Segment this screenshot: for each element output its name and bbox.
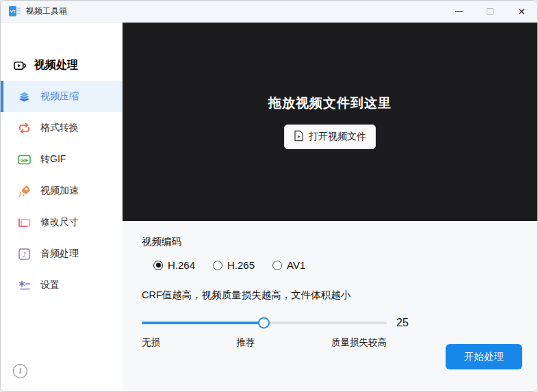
radio-label: H.264 [168,259,195,271]
dropzone-title: 拖放视频文件到这里 [268,94,392,112]
radio-h265[interactable]: H.265 [213,259,255,271]
gear-sliders-icon [17,278,31,293]
sidebar-header: 视频处理 [13,58,123,73]
app-logo-icon: VT [9,6,21,16]
radio-label: AV1 [287,259,305,271]
sidebar-item-video-speed[interactable]: 视频加速 [1,175,123,207]
crf-slider-labels: 无损 推荐 质量损失较高 [142,337,387,349]
close-icon: ✕ [517,7,526,16]
sidebar-item-to-gif[interactable]: GIF 转GIF [1,144,123,175]
close-button[interactable]: ✕ [506,1,537,23]
radio-circle-icon [213,261,222,270]
crf-slider-fill [142,322,264,324]
gif-badge-icon: GIF [17,153,31,167]
sidebar-item-label: 设置 [40,279,60,291]
sidebar-item-video-compress[interactable]: 视频压缩 [1,81,123,112]
music-note-glyph: ♪ [22,250,27,258]
maximize-icon [487,8,494,15]
layers-icon [17,90,31,104]
gif-badge-text: GIF [21,157,29,162]
crf-label-high-loss: 质量损失较高 [331,337,387,349]
info-icon: i [19,366,21,376]
encoding-section-label: 视频编码 [142,235,521,248]
rocket-icon [17,184,31,198]
radio-circle-icon [153,261,163,270]
file-play-icon [294,130,304,144]
encoding-options: H.264 H.265 AV1 [153,259,521,271]
sidebar-item-audio[interactable]: ♪ 音频处理 [1,238,123,270]
sidebar-item-format-convert[interactable]: 格式转换 [1,112,123,144]
radio-circle-icon [272,261,282,270]
crf-slider-row: 25 [142,317,521,329]
crf-slider[interactable] [142,322,387,324]
video-dropzone[interactable]: 拖放视频文件到这里 打开视频文件 [123,23,537,221]
app-window: VT 视频工具箱 ✕ 视频处理 [0,0,538,392]
titlebar: VT 视频工具箱 ✕ [1,1,537,23]
sidebar: 视频处理 视频压缩 [1,23,123,391]
compression-settings-panel: 视频编码 H.264 H.265 AV1 CRF值越高，视频质 [123,221,537,391]
sidebar-item-settings[interactable]: 设置 [1,270,123,301]
sidebar-item-label: 视频压缩 [40,90,79,103]
radio-av1[interactable]: AV1 [272,259,305,271]
main-area: 拖放视频文件到这里 打开视频文件 视频编码 H.2 [123,23,537,391]
radio-h264[interactable]: H.264 [153,259,195,271]
swap-arrows-icon [17,121,31,135]
crf-label-recommended: 推荐 [237,337,255,349]
sidebar-item-label: 格式转换 [40,122,79,134]
sidebar-item-label: 修改尺寸 [40,216,79,228]
open-video-file-label: 打开视频文件 [309,131,366,143]
minimize-icon [455,11,463,12]
sidebar-item-label: 转GIF [40,153,66,166]
maximize-button[interactable] [474,1,506,23]
sidebar-item-resize[interactable]: 修改尺寸 [1,207,123,238]
crf-label-lossless: 无损 [142,337,160,349]
window-controls: ✕ [443,1,537,23]
crf-slider-thumb[interactable] [258,317,270,329]
sidebar-item-label: 音频处理 [40,248,79,260]
music-note-icon: ♪ [17,247,31,261]
resize-icon [17,215,31,230]
info-button[interactable]: i [13,364,27,378]
minimize-button[interactable] [443,1,474,23]
crf-description: CRF值越高，视频质量损失越高，文件体积越小 [142,289,521,302]
open-video-file-button[interactable]: 打开视频文件 [284,125,376,149]
app-logo-monogram: VT [9,6,16,16]
window-title: 视频工具箱 [26,5,67,17]
crf-value: 25 [396,317,409,329]
video-process-icon [13,58,27,73]
sidebar-item-label: 视频加速 [40,185,79,197]
radio-label: H.265 [227,259,255,271]
sidebar-header-label: 视频处理 [34,58,78,73]
start-processing-button[interactable]: 开始处理 [446,344,522,369]
